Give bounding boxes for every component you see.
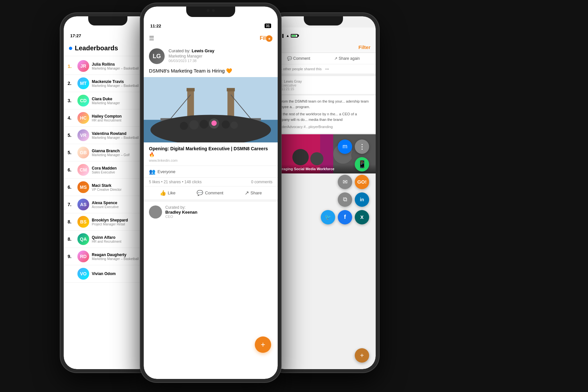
curator-timestamp: 06/03/2023 17:38 (169, 59, 272, 63)
leaderboard-item[interactable]: 6.MSMaci StarkVP Creative Director (64, 179, 152, 196)
status-time-left: 17:27 (70, 33, 81, 38)
go-button[interactable]: GO! (355, 175, 369, 189)
right-curator-time: 020 11:21:15 (275, 87, 372, 91)
leaderboard-item[interactable]: 1.JRJulia RollinsMarketing Manager – Bas… (64, 57, 152, 75)
email-share-btn[interactable]: ✉ (338, 175, 352, 189)
xing-share-btn[interactable]: x (355, 210, 369, 224)
svg-rect-2 (187, 90, 194, 120)
card-stats: 5 likes • 21 shares • 148 clicks 0 comme… (144, 178, 278, 187)
person-name: Brooklyn Sheppard (92, 218, 148, 222)
person-role: VP Creative Director (92, 188, 148, 191)
person-avatar: AS (77, 199, 89, 210)
svg-point-20 (292, 149, 309, 165)
person-avatar: QA (77, 233, 89, 245)
person-name: Clara Duke (92, 97, 148, 101)
person-role: HR and Recruitment (92, 119, 148, 122)
person-role: Account Executive (92, 205, 148, 209)
leaderboard-header: Leaderboards (64, 42, 152, 56)
right-filter-button[interactable]: Filter (358, 44, 370, 50)
svg-rect-3 (227, 90, 234, 120)
post-title: DSMN8's Marketing Team is Hiring 🧡 (144, 67, 278, 77)
leaderboard-item[interactable]: 2.MTMackenzie TravisMarketing Manager – … (64, 75, 152, 92)
person-info: Gianna BranchMarketing Manager – Golf (92, 149, 148, 157)
right-comment-btn[interactable]: 💬 Comment (287, 56, 310, 61)
leaderboard-item[interactable]: 6.CMCora MaddenSales Executive (64, 161, 152, 179)
person-avatar: MS (77, 181, 89, 193)
rank-number: 8. (68, 237, 75, 242)
link-url: www.linkedin.com (149, 158, 272, 162)
feed-content: LG Curated by: Lewis Gray Marketing Mana… (144, 44, 278, 379)
person-avatar: CM (77, 164, 89, 176)
copy-share-btn[interactable]: ⧉ (338, 192, 352, 207)
like-button[interactable]: 👍 Like (160, 190, 176, 196)
share-row-3: ✉ GO! (338, 175, 369, 189)
person-avatar: GB (77, 147, 89, 158)
stats-left: 5 likes • 21 shares • 148 clicks (149, 180, 202, 184)
person-avatar: VO (77, 268, 89, 280)
rank-number: 5. (68, 150, 75, 155)
svg-point-16 (211, 121, 217, 126)
leaderboard-item[interactable]: 5.VRValentina RowlandMarketing Manager –… (64, 127, 152, 144)
share-overlay: Leveraging Social Media Workforce m ⋮ 📱 (271, 133, 376, 369)
person-info: Mackenzie TravisMarketing Manager – Bask… (92, 79, 148, 88)
leaderboard-list[interactable]: 1.JRJulia RollinsMarketing Manager – Bas… (64, 56, 152, 369)
person-avatar: BS (77, 216, 89, 228)
rank-number: 1. (68, 63, 75, 69)
person-name: Quinn Alfaro (92, 235, 148, 240)
person-name: Maci Stark (92, 183, 148, 188)
comment-button[interactable]: 💬 Comment (197, 190, 223, 196)
fab-button[interactable]: + (255, 336, 271, 353)
content-text-1: cle from the DSMN8 team on the ting your… (275, 99, 372, 109)
audience-icon: 👥 (149, 169, 155, 175)
twitter-share-btn[interactable]: 🐦 (321, 210, 335, 224)
leaderboard-item[interactable]: 9.RDReagan DaughertyMarketing Manager – … (64, 248, 152, 265)
more-share-btn[interactable]: ⋮ (355, 139, 369, 154)
person-role: Marketing Manager – Basketball (92, 257, 148, 261)
person-avatar: MT (77, 77, 89, 89)
linkedin-share-btn[interactable]: in (355, 192, 369, 207)
leaderboard-item[interactable]: 3.CDClara DukeMarketing Manager (64, 92, 152, 109)
next-card-preview: Curated by: Bradley Keenan CEO (144, 202, 278, 222)
leaderboard-item[interactable]: 7.ASAlexa SpenceAccount Executive (64, 196, 152, 213)
share-row-2: 📱 (355, 157, 369, 172)
right-share-label: Share again (339, 56, 360, 61)
right-fab-button[interactable]: + (355, 348, 369, 363)
rank-number: 7. (68, 202, 75, 207)
messenger-share-btn[interactable]: m (338, 139, 352, 154)
blue-dot-icon (69, 47, 72, 50)
person-role: HR and Recruitment (92, 240, 148, 243)
right-curated-label: d by: Lewis Gray (275, 79, 372, 83)
leaderboard-item[interactable]: VOVivian Odom (64, 265, 152, 283)
card-actions: 👍 Like 💬 Comment ↗ Share (144, 187, 278, 199)
status-bar-left: 17:27 ▲ (64, 27, 152, 42)
leaderboard-item[interactable]: 8.BSBrooklyn SheppardProject Manager Ret… (64, 213, 152, 231)
hamburger-icon[interactable]: ☰ (149, 35, 154, 42)
rank-number: 2. (68, 81, 75, 86)
comment-label: Comment (205, 190, 223, 195)
leaderboard-item[interactable]: 8.QAQuinn AlfaroHR and Recruitment (64, 231, 152, 248)
share-row-4: ⧉ in (338, 192, 369, 207)
leaderboard-item[interactable]: 4.HCHailey ComptonHR and Recruitment (64, 109, 152, 127)
curator-avatar: LG (149, 48, 165, 64)
comment-icon: 💬 (197, 190, 203, 196)
leaderboard-item[interactable]: 5.GBGianna BranchMarketing Manager – Gol… (64, 144, 152, 161)
right-action-bar: 💬 Comment ↗ Share again (271, 53, 376, 64)
share-info-text: nd 4 other people shared this (275, 67, 322, 71)
content-text-2: lead the rest of the workforce by n the.… (275, 111, 372, 122)
share-button[interactable]: ↗ Share (245, 190, 262, 196)
share-row-1: m ⋮ (338, 139, 369, 154)
person-role: Marketing Manager – Basketball (92, 136, 148, 139)
right-share-again-btn[interactable]: ↗ Share again (334, 56, 360, 61)
person-name: Cora Madden (92, 166, 148, 171)
person-name: Mackenzie Travis (92, 79, 148, 84)
person-name: Valentina Rowland (92, 131, 148, 136)
right-comment-icon: 💬 (287, 56, 292, 61)
facebook-share-btn[interactable]: f (338, 210, 352, 224)
svg-rect-4 (187, 88, 195, 91)
person-info: Alexa SpenceAccount Executive (92, 201, 148, 209)
whatsapp-share-btn[interactable]: 📱 (355, 157, 369, 172)
card-link-block[interactable]: Opening: Digital Marketing Executive | D… (144, 142, 278, 166)
right-curator-role: ing Executive (275, 83, 372, 87)
hashtags-text: #holderAdvocacy #...ployerBranding (275, 124, 372, 130)
person-avatar: CD (77, 95, 89, 106)
